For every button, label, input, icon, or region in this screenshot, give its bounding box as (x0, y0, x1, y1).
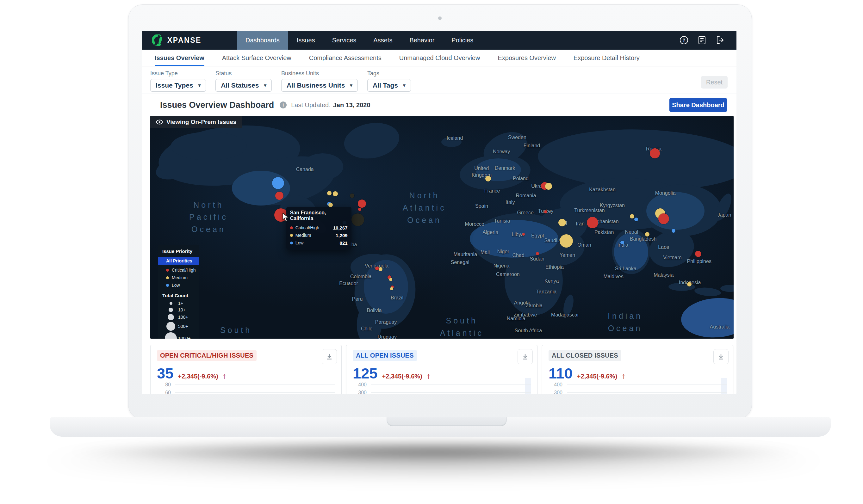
document-icon[interactable] (698, 36, 706, 45)
tab-issues-overview[interactable]: Issues Overview (155, 50, 204, 66)
issue-dot-medium[interactable] (560, 234, 573, 248)
tooltip-row-medium: Medium1,209 (290, 231, 348, 239)
legend-all-priorities[interactable]: All Priorities (158, 257, 199, 265)
chart-grid-row: 60 (157, 389, 335, 394)
nav-item-behavior[interactable]: Behavior (401, 31, 443, 50)
top-navbar: XPANSE DashboardsIssuesServicesAssetsBeh… (142, 31, 736, 50)
issue-dot-critical[interactable] (658, 213, 669, 224)
app-screen: XPANSE DashboardsIssuesServicesAssetsBeh… (142, 31, 736, 394)
share-dashboard-button[interactable]: Share Dashboard (670, 98, 727, 112)
issue-dot-low[interactable] (672, 229, 675, 233)
filter-value: All Statuses (221, 81, 259, 89)
download-button[interactable] (517, 349, 533, 364)
filter-select-status[interactable]: All Statuses▾ (215, 79, 272, 92)
issue-dot-medium[interactable] (389, 278, 392, 281)
filter-select-tags[interactable]: All Tags▾ (367, 79, 411, 92)
nav-item-dashboards[interactable]: Dashboards (237, 31, 288, 50)
brand[interactable]: XPANSE (142, 31, 237, 50)
issue-dot-critical[interactable] (358, 208, 361, 211)
issue-dot-medium[interactable] (328, 203, 333, 207)
issue-dot-medium[interactable] (545, 183, 552, 190)
issue-dot-critical[interactable] (695, 251, 701, 257)
issue-dot-critical[interactable] (544, 210, 547, 213)
issue-dot-medium[interactable] (390, 287, 393, 290)
legend-priority-title: Issue Priority (158, 249, 199, 254)
issue-dot-critical[interactable] (536, 252, 539, 255)
card-delta: +2,345(-9.6%) (178, 373, 218, 380)
issue-dot-dim[interactable] (350, 193, 354, 198)
reset-button[interactable]: Reset (701, 76, 728, 89)
count-circle-box (164, 332, 178, 339)
card-delta: +2,345(-9.6%) (382, 373, 422, 380)
chevron-down-icon: ▾ (198, 83, 201, 88)
issue-dot-medium[interactable] (333, 191, 338, 196)
tab-exposures-overview[interactable]: Exposures Overview (498, 50, 555, 66)
issue-dot-low[interactable] (272, 177, 284, 189)
legend-count-row: 10+ (158, 307, 199, 312)
medium-dot-icon (166, 276, 169, 279)
main-nav: DashboardsIssuesServicesAssetsBehaviorPo… (237, 31, 482, 50)
download-icon (717, 353, 724, 360)
map-legend: Issue Priority All Priorities Critical/H… (158, 245, 199, 339)
filter-label: Tags (367, 70, 411, 77)
tab-unmanaged-cloud-overview[interactable]: Unmanaged Cloud Overview (399, 50, 480, 66)
tooltip-row-critical-high: Critical/High10,267 (290, 224, 348, 231)
issue-dot-dim[interactable] (351, 213, 364, 226)
tab-compliance-assessments[interactable]: Compliance Assessments (309, 50, 382, 66)
filter-group-tags: TagsAll Tags▾ (367, 66, 411, 93)
issue-dot-critical[interactable] (522, 233, 525, 236)
last-updated-label: Last Updated: (291, 101, 330, 109)
nav-item-assets[interactable]: Assets (365, 31, 401, 50)
tab-exposure-detail-history[interactable]: Exposure Detail History (574, 50, 640, 66)
download-button[interactable] (322, 349, 337, 364)
filter-bar: Issue TypeIssue Types▾StatusAll Statuses… (142, 66, 736, 94)
issue-dot-medium[interactable] (379, 267, 383, 271)
download-button[interactable] (713, 349, 728, 364)
filter-group-issue-type: Issue TypeIssue Types▾ (150, 66, 206, 93)
issue-dot-medium[interactable] (630, 214, 634, 218)
issue-dot-low[interactable] (620, 241, 624, 244)
gridline (175, 385, 335, 385)
sign-out-icon[interactable] (716, 36, 724, 45)
trend-up-icon: ↑ (223, 371, 226, 380)
nav-item-policies[interactable]: Policies (443, 31, 482, 50)
legend-count-row: 1000+ (158, 332, 199, 339)
nav-item-issues[interactable]: Issues (288, 31, 324, 50)
y-axis-tick: 60 (157, 390, 175, 394)
filter-value: Issue Types (155, 81, 193, 89)
nav-item-services[interactable]: Services (324, 31, 365, 50)
legend-priority-label: Critical/High (172, 267, 196, 273)
legend-count-row: 500+ (158, 322, 199, 331)
issue-dot-critical[interactable] (650, 148, 660, 159)
legend-count-label: 1000+ (178, 336, 190, 339)
issue-dot-medium[interactable] (645, 232, 649, 237)
world-issues-map[interactable]: Viewing On-Prem Issues Issue Priority Al… (150, 116, 734, 339)
card-metric-row: 35+2,345(-9.6%)↑ (157, 365, 335, 382)
issue-dot-medium[interactable] (558, 219, 566, 226)
issue-dot-critical[interactable] (587, 217, 598, 228)
tooltip-row-value: 1,209 (336, 233, 348, 238)
dashboard-tabs: Issues OverviewAttack Surface OverviewCo… (142, 50, 736, 66)
xpanse-logo-icon (152, 35, 163, 46)
info-icon[interactable]: i (280, 101, 287, 109)
issue-dot-medium[interactable] (687, 282, 691, 287)
legend-priority-low[interactable]: Low (158, 281, 199, 289)
filter-select-business-units[interactable]: All Business Units▾ (281, 79, 358, 92)
issue-dot-low[interactable] (634, 217, 638, 221)
issue-dot-critical[interactable] (275, 192, 284, 200)
issue-dot-medium[interactable] (327, 191, 332, 196)
card-metric-row: 110+2,345(-9.6%)↑ (549, 365, 727, 382)
filter-select-issue-type[interactable]: Issue Types▾ (150, 79, 206, 92)
trend-up-icon: ↑ (622, 371, 625, 380)
legend-priority-medium[interactable]: Medium (158, 274, 199, 281)
issue-dot-critical[interactable] (358, 200, 366, 208)
tab-attack-surface-overview[interactable]: Attack Surface Overview (222, 50, 291, 66)
laptop-base (50, 417, 831, 437)
help-icon[interactable]: ? (679, 36, 688, 45)
legend-priority-critical-high[interactable]: Critical/High (158, 266, 199, 274)
medium-dot-icon (290, 234, 293, 237)
summary-card-open-critical-high-issues: OPEN CRITICAL/HIGH ISSUES35+2,345(-9.6%)… (150, 345, 342, 394)
issue-dot-critical[interactable] (274, 209, 288, 222)
issue-dot-medium[interactable] (485, 176, 491, 181)
viewing-mode-label: Viewing On-Prem Issues (166, 118, 236, 126)
